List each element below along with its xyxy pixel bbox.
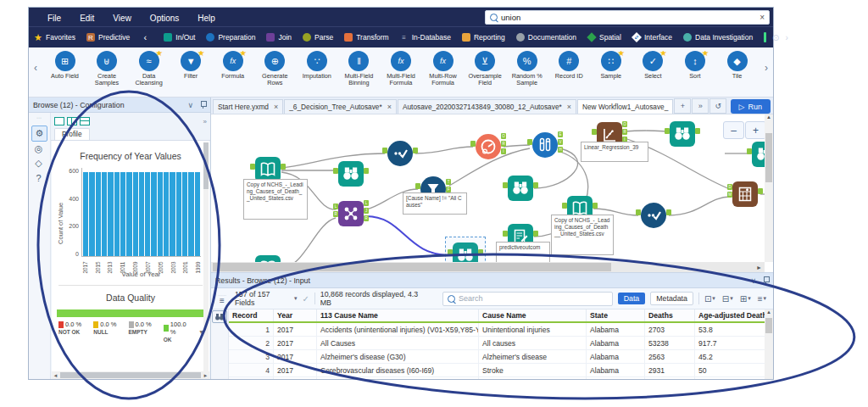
- layout-more-icon[interactable]: »: [203, 118, 207, 125]
- zoom-out-button[interactable]: –: [723, 121, 744, 139]
- category-indatabase[interactable]: ≡In-Database: [400, 33, 451, 42]
- tool-multi-field-binning[interactable]: ‖Multi-Field Binning: [338, 51, 380, 87]
- palette-scroll-left-icon[interactable]: ‹: [29, 51, 42, 85]
- score-tool[interactable]: DM: [732, 181, 759, 208]
- category-documentation[interactable]: Documentation: [516, 33, 576, 42]
- scroll-left-icon[interactable]: ◄: [52, 373, 59, 378]
- fields-dropdown[interactable]: 157 of 157 Fields▾: [235, 290, 298, 307]
- panel-collapse-icon[interactable]: ∨: [187, 101, 193, 109]
- category-interface[interactable]: ⇕Interface: [632, 33, 672, 42]
- copy-icon[interactable]: ⊡▾: [704, 294, 715, 304]
- table-row[interactable]: 22017All CausesAll causesAlabama53238917…: [229, 337, 765, 350]
- global-search-box[interactable]: union ×: [485, 10, 770, 25]
- results-search-box[interactable]: Search: [442, 292, 613, 306]
- tool-auto-field[interactable]: ⊞Auto Field: [44, 51, 86, 87]
- column-header[interactable]: State: [587, 309, 645, 322]
- new-tab-button[interactable]: +: [674, 98, 691, 114]
- workflow-tab[interactable]: New Workflow1_Autosave_: [577, 99, 673, 114]
- tool-formula[interactable]: fx★Formula: [212, 51, 253, 87]
- table-row[interactable]: 12017Accidents (unintentional injuries) …: [229, 322, 765, 337]
- category-transform[interactable]: Transform: [344, 33, 388, 42]
- tab-close-icon[interactable]: ×: [274, 103, 278, 111]
- tool-data-cleansing[interactable]: ≈★Data Cleansing: [128, 51, 170, 87]
- workflow-tab[interactable]: Autosave_20200327143849_30080_12_Autosav…: [398, 99, 576, 114]
- chevron-right-icon[interactable]: ›: [786, 33, 788, 42]
- category-predictive[interactable]: RPredictive: [86, 33, 130, 42]
- category-join[interactable]: Join: [266, 33, 292, 42]
- tool-random-sample[interactable]: %Random % Sample: [506, 51, 548, 87]
- global-search-value[interactable]: union: [501, 13, 520, 22]
- workflow-canvas[interactable]: LRLJRTFORIEVHORIDM Copy of NCHS_-_Leadin…: [211, 114, 773, 272]
- collapse-ribbon-icon[interactable]: ⊙: [772, 33, 779, 42]
- browse-everywhere-icon[interactable]: [212, 310, 227, 323]
- create-samples-tool[interactable]: EVH: [531, 131, 559, 159]
- layout-split-horizontal-icon[interactable]: [80, 117, 90, 125]
- tag-icon[interactable]: ◇: [31, 156, 46, 170]
- tool-generate-rows[interactable]: ⊕Generate Rows: [254, 51, 296, 87]
- category-reporting[interactable]: Reporting: [462, 33, 505, 42]
- workflow-tab[interactable]: _6_Decision_Tree_Autosave*×: [284, 99, 397, 114]
- table-row[interactable]: 32017Alzheimer's disease (G30)Alzheimer'…: [229, 350, 765, 364]
- tool-select[interactable]: ✓★Select: [632, 51, 674, 87]
- table-row[interactable]: 52017Chronic lower respiratory diseases …: [229, 377, 765, 380]
- tool-create-samples[interactable]: ⊎Create Samples: [86, 51, 128, 87]
- target-icon[interactable]: ◎: [31, 142, 46, 156]
- association-analysis-tool[interactable]: ORI: [475, 133, 502, 160]
- column-header[interactable]: Record: [229, 309, 274, 322]
- tab-profile[interactable]: Profile: [54, 128, 90, 140]
- category-datainvestigation[interactable]: Data Investigation: [683, 33, 753, 42]
- run-button[interactable]: ▷Run: [731, 99, 771, 114]
- tool-imputation[interactable]: ∵Imputation: [296, 51, 337, 87]
- category-preparation[interactable]: Preparation: [206, 33, 255, 42]
- tool-record-id[interactable]: #Record ID: [548, 51, 590, 87]
- profile-vertical-scrollbar[interactable]: [203, 142, 209, 371]
- help-icon[interactable]: ?: [31, 170, 46, 185]
- tool-filter[interactable]: ▼★Filter: [170, 51, 212, 87]
- search-close-icon[interactable]: ×: [760, 13, 765, 22]
- history-button[interactable]: ↺: [709, 98, 726, 114]
- menu-icon[interactable]: ≡▾: [758, 294, 766, 304]
- menu-help[interactable]: Help: [198, 14, 215, 23]
- category-inout[interactable]: In/Out: [164, 33, 195, 42]
- column-header[interactable]: 113 Cause Name: [317, 309, 479, 322]
- category-parse[interactable]: Parse: [303, 33, 333, 42]
- column-header[interactable]: Deaths: [645, 309, 695, 322]
- layout-single-icon[interactable]: [54, 117, 64, 125]
- canvas-horizontal-scrollbar[interactable]: ►: [211, 262, 765, 272]
- canvas-vertical-scrollbar[interactable]: ▲: [765, 114, 773, 262]
- results-vertical-scrollbar[interactable]: ▲: [765, 309, 773, 379]
- tab-overflow-button[interactable]: »: [692, 98, 709, 114]
- tool-tile[interactable]: ◆Tile: [716, 51, 758, 87]
- category-favorites[interactable]: ★Favorites: [34, 33, 75, 42]
- menu-file[interactable]: File: [47, 14, 61, 23]
- apply-check-icon[interactable]: ✓: [302, 294, 309, 304]
- results-grid[interactable]: RecordYear113 Cause NameCause NameStateD…: [229, 309, 765, 379]
- panel-collapse-icon[interactable]: ∨: [750, 276, 756, 285]
- profile-horizontal-scrollbar[interactable]: ◄ ►: [52, 371, 209, 379]
- tab-close-icon[interactable]: ×: [387, 103, 392, 111]
- category-nav[interactable]: ‹: [141, 33, 153, 42]
- select-tool[interactable]: [387, 140, 414, 167]
- layout-split-vertical-icon[interactable]: [67, 117, 77, 125]
- tool-multi-field-formula[interactable]: fxMulti-Field Formula: [381, 51, 422, 87]
- select-tool[interactable]: [640, 202, 667, 229]
- metadata-view-button[interactable]: Metadata: [650, 292, 693, 305]
- menu-view[interactable]: View: [113, 14, 131, 23]
- column-header[interactable]: Cause Name: [479, 309, 587, 322]
- column-header[interactable]: Year: [274, 309, 317, 322]
- menu-edit[interactable]: Edit: [80, 14, 94, 23]
- scroll-right-icon[interactable]: ►: [202, 373, 209, 378]
- zoom-in-button[interactable]: +: [745, 121, 766, 139]
- category-spatial[interactable]: Spatial: [587, 33, 621, 42]
- join-tool[interactable]: LRLJR: [337, 200, 364, 227]
- new-window-icon[interactable]: ⊞▾: [740, 294, 751, 304]
- workflow-tab[interactable]: Start Here.yxmd×: [213, 99, 283, 114]
- tool-sample[interactable]: ∷★Sample: [590, 51, 632, 87]
- pin-icon[interactable]: [200, 101, 206, 109]
- tool-oversample-field[interactable]: ⊻Oversample Field: [465, 51, 506, 87]
- pin-icon[interactable]: [763, 276, 769, 284]
- scroll-thumb[interactable]: [60, 372, 201, 378]
- table-row[interactable]: 42017Cerebrovascular diseases (I60-I69)S…: [229, 364, 765, 377]
- tool-multi-row-formula[interactable]: fxMulti-Row Formula: [422, 51, 464, 87]
- strip-drag-handle[interactable]: ⋯: [36, 114, 42, 120]
